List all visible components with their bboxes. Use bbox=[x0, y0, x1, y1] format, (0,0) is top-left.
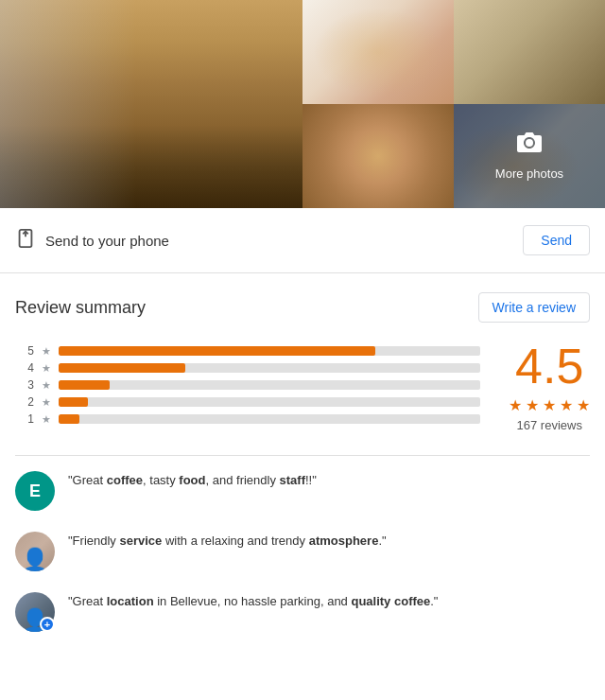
send-button[interactable]: Send bbox=[523, 225, 590, 255]
photo-latte[interactable] bbox=[302, 104, 454, 208]
review-title: Review summary bbox=[15, 298, 146, 318]
phone-send-icon bbox=[15, 228, 36, 254]
bar-row-3: 3 ★ bbox=[15, 378, 480, 392]
review-snippets: E "Great coffee, tasty food, and friendl… bbox=[15, 455, 590, 632]
photo-food[interactable] bbox=[302, 0, 454, 104]
review-section: Review summary Write a review 5 ★ 4 ★ 3 bbox=[0, 273, 605, 672]
review-header: Review summary Write a review bbox=[15, 292, 590, 323]
snippet-3: + "Great location in Bellevue, no hassle… bbox=[15, 592, 590, 632]
bar-row-1: 1 ★ bbox=[15, 412, 480, 426]
bar-fill-2 bbox=[59, 397, 88, 407]
avatar-badge-container: + bbox=[15, 592, 55, 632]
snippet-text-2: "Friendly service with a relaxing and tr… bbox=[68, 532, 387, 551]
bar-track-5 bbox=[59, 346, 480, 356]
star-5-half: ★ bbox=[577, 397, 590, 413]
star-1: ★ bbox=[509, 397, 522, 413]
plus-badge: + bbox=[40, 617, 55, 632]
bar-row-2: 2 ★ bbox=[15, 395, 480, 409]
bar-track-3 bbox=[59, 380, 480, 390]
bar-track-4 bbox=[59, 363, 480, 373]
bar-fill-5 bbox=[59, 346, 375, 356]
avatar-img1 bbox=[15, 532, 55, 571]
star-4: ★ bbox=[560, 397, 573, 413]
snippet-text-3: "Great location in Bellevue, no hassle p… bbox=[68, 592, 438, 611]
snippet-2: "Friendly service with a relaxing and tr… bbox=[15, 532, 590, 571]
photo-shelf[interactable] bbox=[454, 0, 605, 104]
bar-fill-4 bbox=[59, 363, 185, 373]
send-left: Send to your phone bbox=[15, 228, 169, 254]
rating-content: 5 ★ 4 ★ 3 ★ 2 ★ bbox=[15, 341, 590, 432]
photo-main[interactable] bbox=[0, 0, 302, 208]
star-3: ★ bbox=[543, 397, 556, 413]
photo-more-cell[interactable]: More photos bbox=[454, 104, 605, 208]
stars-row: ★ ★ ★ ★ ★ bbox=[509, 396, 590, 414]
send-label: Send to your phone bbox=[45, 233, 169, 249]
snippet-1: E "Great coffee, tasty food, and friendl… bbox=[15, 471, 590, 511]
bar-chart: 5 ★ 4 ★ 3 ★ 2 ★ bbox=[15, 344, 480, 429]
bar-row-4: 4 ★ bbox=[15, 361, 480, 375]
write-review-button[interactable]: Write a review bbox=[478, 292, 590, 323]
big-rating: 4.5 ★ ★ ★ ★ ★ 167 reviews bbox=[509, 341, 590, 432]
svg-point-0 bbox=[526, 139, 533, 147]
bar-track-1 bbox=[59, 414, 480, 424]
more-photos-label: More photos bbox=[495, 166, 563, 183]
big-rating-number: 4.5 bbox=[509, 341, 590, 391]
review-count: 167 reviews bbox=[509, 418, 590, 432]
bar-row-5: 5 ★ bbox=[15, 344, 480, 358]
bar-fill-1 bbox=[59, 414, 79, 424]
send-section: Send to your phone Send bbox=[0, 208, 605, 273]
bar-fill-3 bbox=[59, 380, 110, 390]
bar-track-2 bbox=[59, 397, 480, 407]
photo-grid: More photos bbox=[0, 0, 605, 208]
camera-icon bbox=[515, 130, 544, 161]
snippet-text-1: "Great coffee, tasty food, and friendly … bbox=[68, 471, 317, 490]
more-photos-overlay[interactable]: More photos bbox=[454, 104, 605, 208]
avatar-e: E bbox=[15, 471, 55, 511]
star-2: ★ bbox=[526, 397, 539, 413]
